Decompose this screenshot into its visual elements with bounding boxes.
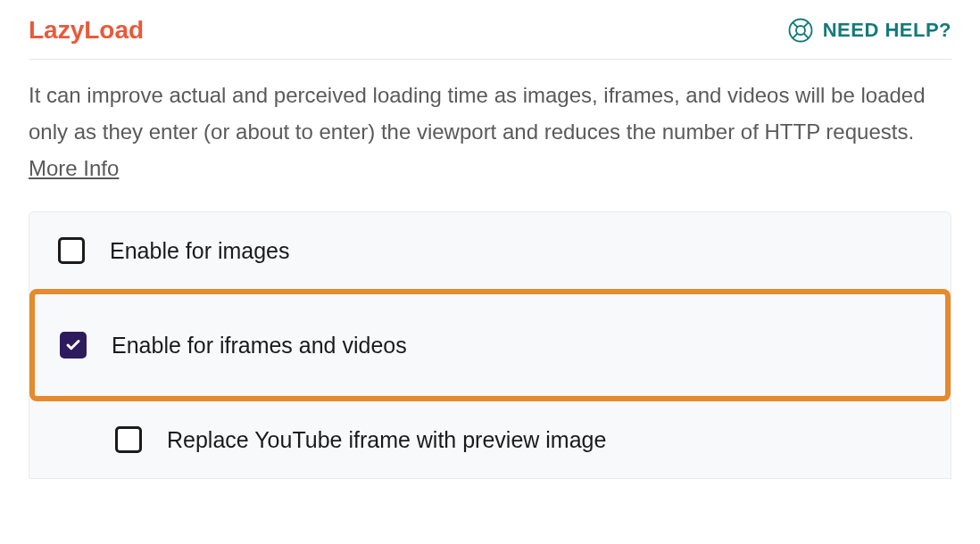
section-description: It can improve actual and perceived load… [29,60,951,211]
option-label: Enable for images [110,238,290,264]
section-header: LazyLoad NEED HELP? [29,16,951,60]
checkbox-enable-images[interactable] [58,237,85,264]
need-help-link[interactable]: NEED HELP? [787,17,951,44]
svg-line-2 [793,22,797,27]
section-title: LazyLoad [29,16,144,45]
checkbox-replace-youtube[interactable] [115,426,142,453]
svg-line-5 [793,34,797,38]
option-replace-youtube[interactable]: Replace YouTube iframe with preview imag… [29,401,951,478]
svg-line-4 [803,22,808,27]
more-info-link[interactable]: More Info [29,156,119,180]
lifebuoy-icon [787,17,814,44]
option-enable-images[interactable]: Enable for images [29,212,951,289]
help-label: NEED HELP? [823,19,951,42]
option-label: Enable for iframes and videos [112,333,407,359]
checkbox-enable-iframes-videos[interactable] [60,332,87,359]
svg-line-3 [803,34,808,38]
svg-point-1 [796,26,805,35]
option-label: Replace YouTube iframe with preview imag… [167,427,606,453]
description-text: It can improve actual and perceived load… [29,83,926,144]
options-panel: Enable for images Enable for iframes and… [29,211,951,479]
option-enable-iframes-videos[interactable]: Enable for iframes and videos [29,289,951,401]
